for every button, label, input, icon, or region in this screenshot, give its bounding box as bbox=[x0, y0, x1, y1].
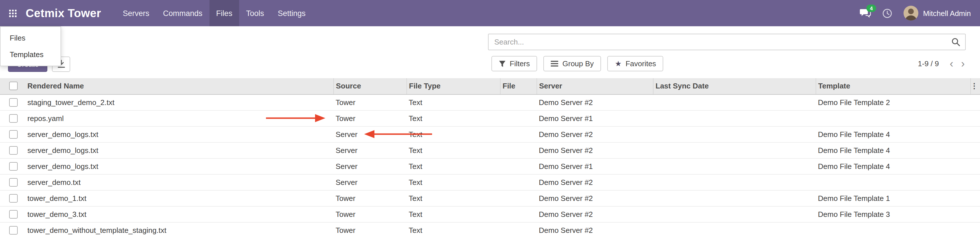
cell-file[interactable] bbox=[500, 158, 536, 174]
cell-server[interactable]: Demo Server #2 bbox=[536, 94, 653, 110]
cell-rendered-name[interactable]: server_demo_logs.txt bbox=[25, 126, 333, 142]
cell-file[interactable] bbox=[500, 110, 536, 126]
cell-template[interactable] bbox=[816, 222, 970, 238]
table-row[interactable]: server_demo_logs.txt Server Text Demo Se… bbox=[0, 126, 980, 142]
nav-item-commands[interactable]: Commands bbox=[156, 0, 209, 26]
column-header-file-type[interactable]: File Type bbox=[406, 78, 500, 94]
nav-item-servers[interactable]: Servers bbox=[116, 0, 156, 26]
cell-server[interactable]: Demo Server #2 bbox=[536, 142, 653, 158]
cell-source[interactable]: Server bbox=[333, 142, 406, 158]
user-avatar[interactable] bbox=[904, 6, 918, 21]
cell-last-sync-date[interactable] bbox=[653, 190, 816, 206]
cell-source[interactable]: Tower bbox=[333, 222, 406, 238]
cell-template[interactable] bbox=[816, 174, 970, 190]
cell-last-sync-date[interactable] bbox=[653, 222, 816, 238]
cell-file[interactable] bbox=[500, 222, 536, 238]
table-row[interactable]: tower_demo_without_template_staging.txt … bbox=[0, 222, 980, 238]
cell-source[interactable]: Server bbox=[333, 174, 406, 190]
cell-source[interactable]: Server bbox=[333, 126, 406, 142]
dropdown-item-files[interactable]: Files bbox=[1, 30, 60, 46]
cell-source[interactable]: Tower bbox=[333, 206, 406, 222]
cell-server[interactable]: Demo Server #2 bbox=[536, 222, 653, 238]
cell-template[interactable]: Demo File Template 1 bbox=[816, 190, 970, 206]
table-row[interactable]: staging_tower_demo_2.txt Tower Text Demo… bbox=[0, 94, 980, 110]
table-row[interactable]: tower_demo_3.txt Tower Text Demo Server … bbox=[0, 206, 980, 222]
cell-rendered-name[interactable]: staging_tower_demo_2.txt bbox=[25, 94, 333, 110]
cell-file-type[interactable]: Text bbox=[406, 222, 500, 238]
cell-source[interactable]: Tower bbox=[333, 190, 406, 206]
cell-rendered-name[interactable]: server_demo_logs.txt bbox=[25, 158, 333, 174]
cell-source[interactable]: Server bbox=[333, 158, 406, 174]
cell-rendered-name[interactable]: tower_demo_1.txt bbox=[25, 190, 333, 206]
pager-next-button[interactable]: › bbox=[957, 57, 969, 70]
dropdown-item-templates[interactable]: Templates bbox=[1, 46, 60, 63]
cell-template[interactable]: Demo File Template 2 bbox=[816, 94, 970, 110]
column-header-template[interactable]: Template bbox=[816, 78, 970, 94]
cell-last-sync-date[interactable] bbox=[653, 158, 816, 174]
column-header-file[interactable]: File bbox=[500, 78, 536, 94]
row-checkbox[interactable] bbox=[9, 210, 18, 218]
cell-rendered-name[interactable]: server_demo.txt bbox=[25, 174, 333, 190]
select-all-checkbox[interactable] bbox=[9, 82, 18, 90]
row-checkbox[interactable] bbox=[9, 114, 18, 122]
cell-last-sync-date[interactable] bbox=[653, 110, 816, 126]
table-row[interactable]: tower_demo_1.txt Tower Text Demo Server … bbox=[0, 190, 980, 206]
table-row[interactable]: server_demo_logs.txt Server Text Demo Se… bbox=[0, 158, 980, 174]
group-by-button[interactable]: Group By bbox=[544, 56, 601, 71]
messages-button[interactable]: 4 bbox=[854, 0, 877, 26]
favorites-button[interactable]: ★ Favorites bbox=[608, 56, 663, 71]
cell-server[interactable]: Demo Server #2 bbox=[536, 206, 653, 222]
cell-last-sync-date[interactable] bbox=[653, 206, 816, 222]
table-row[interactable]: server_demo_logs.txt Server Text Demo Se… bbox=[0, 142, 980, 158]
optional-columns-button[interactable]: ⋮ bbox=[970, 78, 980, 94]
column-header-rendered-name[interactable]: Rendered Name bbox=[25, 78, 333, 94]
nav-item-files[interactable]: Files bbox=[209, 0, 239, 26]
nav-item-settings[interactable]: Settings bbox=[271, 0, 312, 26]
filters-button[interactable]: Filters bbox=[492, 56, 538, 71]
cell-template[interactable]: Demo File Template 4 bbox=[816, 158, 970, 174]
cell-file[interactable] bbox=[500, 142, 536, 158]
cell-file[interactable] bbox=[500, 126, 536, 142]
cell-file[interactable] bbox=[500, 94, 536, 110]
cell-template[interactable]: Demo File Template 4 bbox=[816, 126, 970, 142]
column-header-last-sync-date[interactable]: Last Sync Date bbox=[653, 78, 816, 94]
user-name[interactable]: Mitchell Admin bbox=[923, 9, 971, 17]
cell-file-type[interactable]: Text bbox=[406, 94, 500, 110]
table-row[interactable]: repos.yaml Tower Text Demo Server #1 bbox=[0, 110, 980, 126]
row-checkbox[interactable] bbox=[9, 178, 18, 186]
row-checkbox[interactable] bbox=[9, 130, 18, 138]
activity-button[interactable] bbox=[877, 0, 898, 26]
cell-server[interactable]: Demo Server #1 bbox=[536, 110, 653, 126]
cell-rendered-name[interactable]: tower_demo_3.txt bbox=[25, 206, 333, 222]
cell-server[interactable]: Demo Server #1 bbox=[536, 158, 653, 174]
pager-previous-button[interactable]: ‹ bbox=[946, 57, 957, 70]
cell-server[interactable]: Demo Server #2 bbox=[536, 174, 653, 190]
search-input[interactable] bbox=[488, 38, 949, 46]
cell-file-type[interactable]: Text bbox=[406, 190, 500, 206]
cell-file-type[interactable]: Text bbox=[406, 126, 500, 142]
cell-server[interactable]: Demo Server #2 bbox=[536, 190, 653, 206]
apps-menu-button[interactable] bbox=[0, 0, 20, 26]
cell-file-type[interactable]: Text bbox=[406, 206, 500, 222]
column-header-server[interactable]: Server bbox=[536, 78, 653, 94]
cell-last-sync-date[interactable] bbox=[653, 126, 816, 142]
cell-source[interactable]: Tower bbox=[333, 110, 406, 126]
cell-file[interactable] bbox=[500, 174, 536, 190]
nav-item-tools[interactable]: Tools bbox=[239, 0, 271, 26]
app-brand[interactable]: Cetmix Tower bbox=[20, 0, 116, 26]
column-header-source[interactable]: Source bbox=[333, 78, 406, 94]
cell-template[interactable] bbox=[816, 110, 970, 126]
cell-file-type[interactable]: Text bbox=[406, 142, 500, 158]
cell-template[interactable]: Demo File Template 3 bbox=[816, 206, 970, 222]
cell-template[interactable]: Demo File Template 4 bbox=[816, 142, 970, 158]
cell-source[interactable]: Tower bbox=[333, 94, 406, 110]
cell-server[interactable]: Demo Server #2 bbox=[536, 126, 653, 142]
row-checkbox[interactable] bbox=[9, 194, 18, 202]
cell-last-sync-date[interactable] bbox=[653, 142, 816, 158]
search-icon[interactable] bbox=[949, 38, 965, 46]
row-checkbox[interactable] bbox=[9, 146, 18, 154]
cell-last-sync-date[interactable] bbox=[653, 94, 816, 110]
cell-rendered-name[interactable]: repos.yaml bbox=[25, 110, 333, 126]
cell-rendered-name[interactable]: server_demo_logs.txt bbox=[25, 142, 333, 158]
cell-file[interactable] bbox=[500, 190, 536, 206]
